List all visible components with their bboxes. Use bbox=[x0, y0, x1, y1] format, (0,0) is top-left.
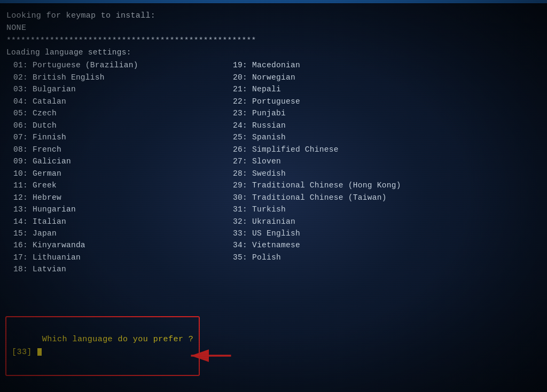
language-column-left: 01: Portuguese (Brazilian) 02: British E… bbox=[6, 59, 231, 275]
list-item: 06: Dutch bbox=[6, 120, 231, 131]
list-item: 18: Latvian bbox=[6, 263, 231, 275]
list-item: 25: Spanish bbox=[231, 131, 535, 143]
list-item: 31: Turkish bbox=[231, 203, 535, 215]
list-item: 14: Italian bbox=[6, 216, 231, 228]
list-item: 32: Ukrainian bbox=[231, 216, 535, 228]
list-item: 07: Finnish bbox=[6, 131, 231, 143]
prompt-box[interactable]: Which language do you prefer ? [33] bbox=[5, 316, 200, 376]
list-item: 19: Macedonian bbox=[231, 59, 535, 71]
list-item: 10: German bbox=[6, 168, 231, 179]
stars-line: ****************************************… bbox=[6, 35, 541, 46]
list-item: 35: Polish bbox=[231, 252, 535, 263]
list-item: 34: Vietnamese bbox=[231, 239, 535, 251]
arrow-indicator bbox=[187, 345, 235, 366]
list-item: 09: Galician bbox=[6, 155, 231, 167]
list-item: 20: Norwegian bbox=[231, 72, 535, 83]
prompt-question: Which language do you prefer ? bbox=[42, 335, 194, 344]
list-item: 15: Japan bbox=[6, 228, 231, 239]
list-item: 03: Bulgarian bbox=[6, 83, 231, 95]
keymap-line1: Looking for keymap to install: bbox=[6, 10, 541, 22]
list-item: 05: Czech bbox=[6, 107, 231, 119]
list-item: 30: Traditional Chinese (Taiwan) bbox=[231, 192, 535, 203]
prompt-text: Which language do you prefer ? [33] bbox=[12, 320, 193, 372]
list-item: 24: Russian bbox=[231, 120, 535, 131]
list-item: 17: Lithuanian bbox=[6, 252, 231, 263]
prompt-input: [33] bbox=[12, 348, 37, 357]
list-item: 27: Sloven bbox=[231, 155, 535, 167]
list-item: 11: Greek bbox=[6, 179, 231, 191]
cursor bbox=[37, 348, 42, 356]
list-item: 12: Hebrew bbox=[6, 192, 231, 203]
list-item: 28: Swedish bbox=[231, 168, 535, 179]
list-item: 16: Kinyarwanda bbox=[6, 239, 231, 251]
terminal-content: Looking for keymap to install: NONE ****… bbox=[6, 5, 541, 276]
list-item: 08: French bbox=[6, 144, 231, 155]
list-item: 21: Nepali bbox=[231, 83, 535, 95]
list-item: 13: Hungarian bbox=[6, 203, 231, 215]
language-list: 01: Portuguese (Brazilian) 02: British E… bbox=[6, 59, 541, 275]
list-item: 23: Punjabi bbox=[231, 107, 535, 119]
list-item: 04: Catalan bbox=[6, 96, 231, 107]
arrow-svg bbox=[187, 345, 235, 366]
language-column-right: 19: Macedonian20: Norwegian21: Nepali22:… bbox=[231, 59, 535, 275]
terminal-screen: Looking for keymap to install: NONE ****… bbox=[0, 0, 547, 392]
list-item: 26: Simplified Chinese bbox=[231, 144, 535, 155]
list-item: 22: Portuguese bbox=[231, 96, 535, 107]
list-item: 02: British English bbox=[6, 72, 231, 83]
section-title: Loading language settings: bbox=[6, 46, 541, 58]
list-item: 29: Traditional Chinese (Hong Kong) bbox=[231, 179, 535, 191]
top-bar bbox=[0, 0, 547, 3]
list-item: 01: Portuguese (Brazilian) bbox=[6, 59, 231, 71]
list-item: 33: US English bbox=[231, 228, 535, 239]
keymap-line2: NONE bbox=[6, 22, 541, 34]
